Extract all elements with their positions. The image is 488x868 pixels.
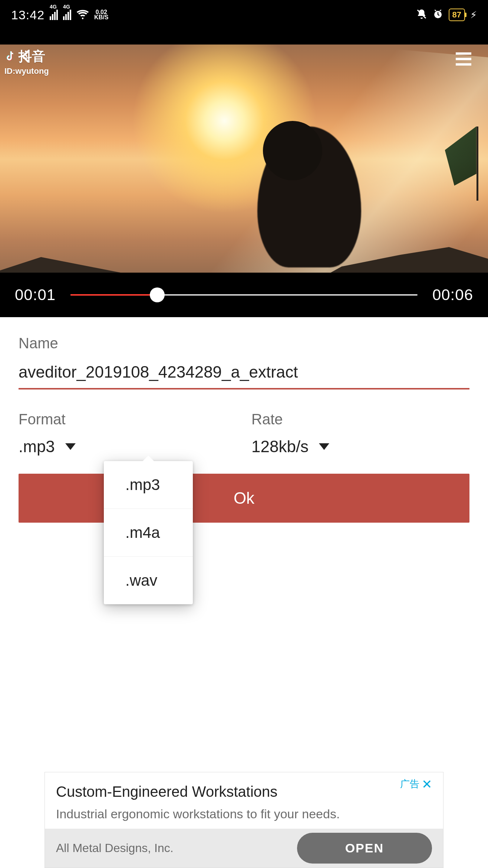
format-option-mp3[interactable]: .mp3 <box>104 461 193 509</box>
watermark-id: ID:wyutong <box>4 66 49 76</box>
signal-2-icon: 4G <box>63 10 71 20</box>
ad-company: All Metal Designs, Inc. <box>56 841 174 855</box>
format-option-m4a[interactable]: .m4a <box>104 509 193 557</box>
time-duration: 00:06 <box>432 286 473 304</box>
silent-icon <box>416 9 427 21</box>
screen: 13:42 4G 4G 0.02 KB/S 8 <box>0 0 488 868</box>
rate-select[interactable]: 128kb/s <box>251 437 469 456</box>
format-option-wav[interactable]: .wav <box>104 557 193 604</box>
back-button[interactable] <box>19 47 33 68</box>
ad-subtitle: Industrial ergonomic workstations to fit… <box>56 807 432 821</box>
format-dropdown: .mp3 .m4a .wav <box>104 461 193 604</box>
format-select[interactable]: .mp3 <box>19 437 237 456</box>
ad-tag: 广告 ✕ <box>400 777 432 790</box>
rate-label: Rate <box>251 411 469 428</box>
douyin-logo-icon <box>4 50 16 63</box>
status-bar: 13:42 4G 4G 0.02 KB/S 8 <box>0 0 488 30</box>
seek-thumb[interactable] <box>150 287 165 302</box>
name-input[interactable] <box>19 352 469 389</box>
status-left: 13:42 4G 4G 0.02 KB/S <box>11 8 108 22</box>
letterbox-top <box>0 30 488 45</box>
status-right: 87 ⚡︎ <box>416 9 477 21</box>
video-player[interactable]: 抖音 ID:wyutong 00:01 00:06 <box>0 45 488 317</box>
seek-bar[interactable] <box>70 294 418 296</box>
caret-down-icon <box>65 443 76 450</box>
ad-open-button[interactable]: OPEN <box>297 833 432 864</box>
battery-icon: 87 <box>449 9 465 21</box>
menu-button[interactable] <box>454 51 473 68</box>
video-controls: 00:01 00:06 <box>0 273 488 317</box>
status-time: 13:42 <box>11 8 44 22</box>
time-elapsed: 00:01 <box>15 286 56 304</box>
format-label: Format <box>19 411 237 428</box>
ok-button[interactable]: Ok <box>19 474 469 523</box>
signal-1-icon: 4G <box>50 10 58 20</box>
ad-close-icon[interactable]: ✕ <box>422 778 432 790</box>
name-label: Name <box>19 335 469 352</box>
caret-down-icon <box>319 443 329 450</box>
ad-banner[interactable]: 广告 ✕ Custom-Engineered Workstations Indu… <box>44 772 444 868</box>
wifi-icon <box>76 8 89 22</box>
alarm-icon <box>432 9 444 21</box>
rate-value: 128kb/s <box>251 437 309 456</box>
net-speed: 0.02 KB/S <box>94 10 108 20</box>
format-value: .mp3 <box>19 437 55 456</box>
charging-icon: ⚡︎ <box>470 9 477 21</box>
ad-title: Custom-Engineered Workstations <box>56 783 432 800</box>
form-area: Name Format .mp3 Rate 128kb/s Ok .mp3 <box>0 317 488 868</box>
